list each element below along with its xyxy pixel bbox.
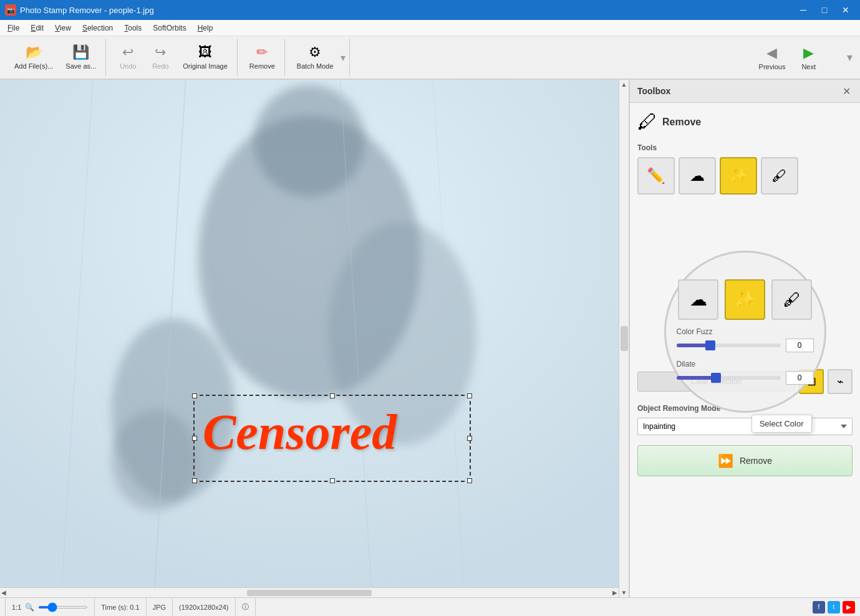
stamp-tool-button[interactable]: 🖋 (761, 157, 798, 195)
info-segment[interactable]: ⓘ (236, 598, 256, 616)
previous-button[interactable]: ◀ Previous (752, 42, 793, 74)
handle-bottom-right[interactable] (467, 478, 472, 483)
tools-section: ✏️ ☁ ✨ 🖋 ☁ ✨ 🖋 (637, 157, 853, 195)
menu-tools[interactable]: Tools (119, 22, 147, 34)
toolbar-file-group: 📂 Add File(s)... 💾 Save as... (5, 39, 106, 76)
canvas-area[interactable]: Censored ▲ ▼ ◀ ▶ (0, 80, 629, 597)
time-segment: Time (s): 0.1 (95, 598, 146, 616)
batch-dropdown-arrow[interactable]: ▾ (341, 52, 345, 64)
svg-point-3 (254, 85, 365, 196)
dilate-input[interactable] (786, 371, 814, 385)
undo-button[interactable]: ↩ Undo (112, 41, 143, 74)
main-area: Censored ▲ ▼ ◀ ▶ Toolbox ✕ 🖊 Remove (0, 80, 860, 597)
nav-buttons: ◀ Previous ▶ Next (752, 42, 823, 74)
facebook-icon[interactable]: f (813, 601, 825, 614)
youtube-icon[interactable]: ▶ (843, 601, 855, 614)
remove-action-button[interactable]: ⏩ Remove (637, 445, 853, 476)
zoom-segment: 1:1 🔍 (5, 598, 95, 616)
handle-middle-left[interactable] (192, 436, 197, 441)
dilate-track[interactable] (677, 376, 781, 380)
zoom-control[interactable]: 1:1 🔍 (12, 603, 88, 612)
circle-wand-button[interactable]: ✨ (725, 279, 765, 320)
menu-softorbits[interactable]: SoftOrbits (148, 22, 191, 34)
menu-selection[interactable]: Selection (77, 22, 118, 34)
redo-button[interactable]: ↪ Redo (145, 41, 176, 74)
toolbox-title: Toolbox (637, 86, 670, 96)
batch-icon: ⚙ (309, 44, 321, 60)
close-button[interactable]: ✕ (836, 2, 855, 17)
handle-top-right[interactable] (467, 393, 472, 398)
photo-background (0, 80, 619, 587)
menu-view[interactable]: View (50, 22, 76, 34)
maximize-button[interactable]: □ (815, 2, 834, 17)
scroll-thumb-v[interactable] (621, 326, 628, 351)
dilate-slider-container[interactable] (677, 371, 814, 385)
sel-mode-lasso-button[interactable]: ⌁ (828, 369, 853, 394)
dilate-fill (677, 376, 713, 380)
remove-icon: ✏ (256, 44, 268, 60)
twitter-icon[interactable]: t (828, 601, 840, 614)
dilate-thumb[interactable] (711, 373, 721, 383)
minimize-button[interactable]: ─ (794, 2, 813, 17)
color-fuzz-slider-container[interactable] (677, 339, 814, 352)
menu-help[interactable]: Help (193, 22, 218, 34)
title-bar-left: 📷 Photo Stamp Remover - people-1.jpg (5, 4, 154, 16)
social-icons: f t ▶ (813, 601, 855, 614)
app-icon: 📷 (5, 4, 16, 16)
remove-button[interactable]: ✏ Remove (244, 41, 281, 74)
zoom-slider[interactable] (38, 606, 88, 609)
wand-tool-button[interactable]: ✨ (720, 157, 757, 195)
app-title: Photo Stamp Remover - people-1.jpg (20, 6, 154, 15)
color-fuzz-input[interactable] (786, 339, 814, 352)
select-color-tooltip: Select Color (751, 415, 812, 433)
toolbar-scroll: ▾ (847, 36, 853, 79)
handle-middle-right[interactable] (467, 436, 472, 441)
color-fuzz-thumb[interactable] (705, 340, 715, 350)
canvas-scroll-horizontal[interactable]: ◀ ▶ (0, 587, 619, 597)
next-button[interactable]: ▶ Next (795, 42, 823, 74)
zoom-label: 1:1 (12, 604, 21, 611)
title-bar-controls: ─ □ ✕ (794, 2, 855, 17)
tools-grid: ✏️ ☁ ✨ 🖋 (637, 157, 853, 195)
format-label: JPG (153, 604, 166, 611)
save-as-button[interactable]: 💾 Save as... (60, 41, 102, 74)
circle-brush-button[interactable]: ☁ (678, 279, 718, 320)
tools-section-label: Tools (637, 143, 853, 152)
add-files-icon: 📂 (26, 44, 42, 60)
batch-label: Batch Mode (297, 62, 334, 70)
batch-mode-button[interactable]: ⚙ Batch Mode (291, 41, 339, 74)
handle-bottom-left[interactable] (192, 478, 197, 483)
handle-bottom-center[interactable] (330, 478, 335, 483)
scroll-thumb-h[interactable] (247, 590, 372, 596)
nav-area: ◀ Previous ▶ Next (752, 36, 823, 79)
toolbox-close-button[interactable]: ✕ (840, 85, 853, 97)
image-container: Censored (0, 80, 619, 587)
menu-edit[interactable]: Edit (26, 22, 49, 34)
redo-icon: ↪ (155, 44, 166, 60)
pencil-tool-button[interactable]: ✏️ (637, 157, 675, 195)
scroll-up-arrow[interactable]: ▲ (620, 80, 629, 89)
object-removing-mode-dropdown[interactable]: Inpainting (637, 418, 853, 435)
circle-tools: ☁ ✨ 🖋 (678, 279, 812, 320)
scroll-down-arrow[interactable]: ▼ (620, 588, 629, 597)
circle-stamp-button[interactable]: 🖋 (771, 279, 812, 320)
next-label: Next (801, 63, 816, 70)
save-icon: 💾 (72, 44, 89, 60)
redo-label: Redo (152, 62, 168, 70)
menu-file[interactable]: File (2, 22, 24, 34)
color-fuzz-label: Color Fuzz (677, 327, 713, 336)
scroll-left-arrow[interactable]: ◀ (0, 588, 7, 597)
scroll-right-arrow[interactable]: ▶ (611, 588, 619, 597)
color-fuzz-track[interactable] (677, 344, 781, 347)
zoom-icon: 🔍 (25, 603, 34, 612)
handle-top-center[interactable] (330, 393, 335, 398)
canvas-scroll-vertical[interactable]: ▲ ▼ (619, 80, 629, 597)
remove-title: Remove (662, 117, 701, 128)
original-image-button[interactable]: 🖼 Original Image (177, 41, 233, 74)
save-label: Save as... (65, 62, 96, 70)
dimensions-segment: (1920x1280x24) (173, 598, 236, 616)
time-label: Time (s): 0.1 (101, 604, 139, 611)
brush-tool-button[interactable]: ☁ (679, 157, 716, 195)
handle-top-left[interactable] (192, 393, 197, 398)
add-files-button[interactable]: 📂 Add File(s)... (9, 41, 59, 74)
